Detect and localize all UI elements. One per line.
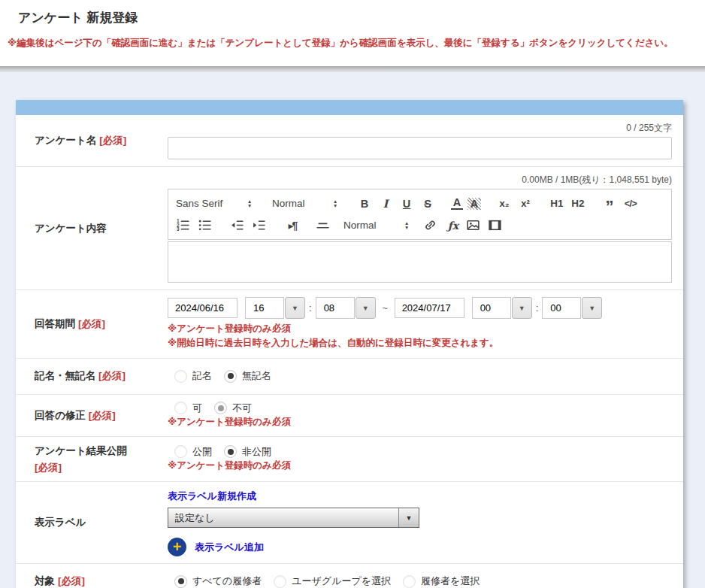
row-survey-name: アンケート名[必須] 0 / 255文字	[16, 115, 683, 167]
end-hour-input[interactable]	[472, 297, 511, 319]
image-icon[interactable]	[466, 218, 481, 233]
video-icon[interactable]	[488, 218, 503, 233]
superscript-icon[interactable]: x²	[517, 198, 534, 209]
subscript-icon[interactable]: x₂	[496, 198, 513, 209]
page-notice: ※編集後はページ下の「確認画面に進む」または「テンプレートとして登録」から確認画…	[8, 37, 697, 50]
radio-anonymous[interactable]: 無記名	[224, 369, 271, 383]
radio-select-students[interactable]: 履修者を選択	[403, 574, 480, 588]
align-picker[interactable]: Normal▴▾	[343, 220, 408, 231]
italic-icon[interactable]: I	[377, 197, 394, 210]
label-text: アンケート名	[35, 135, 96, 146]
period-note-2: ※開始日時に過去日時を入力した場合は、自動的に登録日時に変更されます。	[168, 336, 672, 350]
display-label-select[interactable]: 設定なし ▼	[168, 508, 419, 528]
link-icon[interactable]	[423, 218, 438, 233]
updown-icon: ▴▾	[248, 199, 251, 208]
radio-circle	[274, 575, 286, 588]
target-radio-group: すべての履修者 ユーザグループを選択 履修者を選択	[168, 574, 672, 588]
modification-note: ※アンケート登録時のみ必須	[168, 415, 672, 429]
updown-icon: ▴▾	[334, 199, 337, 208]
end-hour-spinner: ▼	[472, 297, 532, 319]
end-minute-input[interactable]	[542, 297, 581, 319]
label-text: 回答の修正	[35, 410, 86, 421]
result-publish-radio-group: 公開 非公開	[168, 445, 672, 459]
radio-allow[interactable]: 可	[174, 402, 202, 415]
time-separator: :	[309, 302, 312, 314]
survey-form-card: アンケート名[必須] 0 / 255文字 アンケート内容 0.00MB / 1M…	[16, 100, 683, 588]
underline-icon[interactable]: U	[398, 198, 415, 210]
display-label-label: 表示ラベル	[16, 514, 168, 531]
bold-icon[interactable]: B	[356, 198, 373, 210]
spinner-down-button[interactable]: ▼	[356, 297, 376, 319]
start-minute-input[interactable]	[316, 297, 355, 319]
spinner-down-button[interactable]: ▼	[512, 297, 532, 319]
radio-label: 非公開	[242, 445, 271, 459]
editor-content-area[interactable]	[168, 241, 672, 283]
target-label: 対象[必須]	[16, 573, 168, 588]
start-hour-input[interactable]	[245, 297, 284, 319]
page-header: アンケート 新規登録 ※編集後はページ下の「確認画面に進む」または「テンプレート…	[0, 0, 705, 66]
target-field: すべての履修者 ユーザグループを選択 履修者を選択	[168, 568, 683, 588]
row-anonymity: 記名・無記名[必須] 記名 無記名	[16, 359, 683, 395]
radio-circle	[403, 575, 416, 588]
font-picker-value: Sans Serif	[176, 198, 222, 209]
blockquote-icon[interactable]: ”	[601, 204, 618, 210]
start-date-input[interactable]	[168, 298, 238, 318]
spinner-down-button[interactable]: ▼	[582, 297, 602, 319]
header-1-icon[interactable]: H1	[549, 198, 565, 209]
size-picker[interactable]: Normal▴▾	[272, 198, 337, 209]
required-badge: [必須]	[78, 318, 105, 329]
end-date-input[interactable]	[395, 298, 464, 318]
code-block-icon[interactable]: </>	[622, 199, 639, 209]
text-direction-icon[interactable]: ▸¶	[284, 220, 301, 232]
required-badge: [必須]	[98, 370, 126, 381]
formula-icon[interactable]: ƒx	[445, 220, 461, 232]
background-color-icon[interactable]: A	[467, 198, 481, 210]
radio-user-group[interactable]: ユーザグループを選択	[274, 574, 391, 588]
text-color-icon[interactable]: A	[451, 197, 463, 210]
required-badge: [必須]	[35, 459, 168, 476]
label-text: 対象	[35, 575, 55, 586]
size-picker-value: Normal	[272, 198, 305, 209]
header-2-icon[interactable]: H2	[570, 198, 586, 209]
radio-private[interactable]: 非公開	[224, 445, 271, 459]
label-text: 表示ラベル	[35, 517, 86, 528]
label-text: 記名・無記名	[35, 370, 95, 381]
radio-signed[interactable]: 記名	[174, 369, 212, 383]
radio-label: すべての履修者	[192, 574, 262, 588]
radio-all-students[interactable]: すべての履修者	[174, 574, 262, 588]
ordered-list-icon[interactable]: 123	[176, 218, 191, 233]
result-publish-label: アンケート結果公開[必須]	[16, 443, 168, 475]
add-display-label-link[interactable]: 表示ラベル追加	[195, 541, 264, 554]
answer-period-field: ▼ : ▼ ~ ▼ : ▼	[168, 290, 683, 358]
outdent-icon[interactable]	[230, 218, 245, 233]
radio-circle	[224, 370, 237, 383]
size-counter: 0.00MB / 1MB(残り：1,048,551 byte)	[168, 174, 672, 186]
modification-field: 可 不可 ※アンケート登録時のみ必須	[168, 395, 683, 436]
survey-name-field: 0 / 255文字	[168, 115, 683, 166]
radio-deny[interactable]: 不可	[214, 402, 252, 415]
bullet-list-icon[interactable]	[198, 218, 213, 233]
radio-circle	[224, 445, 237, 458]
row-result-publish: アンケート結果公開[必須] 公開 非公開 ※アンケート登録時のみ必須	[16, 437, 683, 482]
form-header-accent-bar	[16, 100, 683, 115]
radio-label: 無記名	[242, 369, 271, 383]
indent-icon[interactable]	[252, 218, 267, 233]
radio-label: ユーザグループを選択	[292, 574, 391, 588]
page-body: アンケート名[必須] 0 / 255文字 アンケート内容 0.00MB / 1M…	[0, 72, 705, 588]
select-dropdown-button[interactable]: ▼	[398, 508, 419, 527]
display-label-field: 表示ラベル新規作成 設定なし ▼ + 表示ラベル追加	[168, 482, 683, 563]
font-picker[interactable]: Sans Serif▴▾	[176, 198, 251, 209]
plus-icon[interactable]: +	[168, 538, 186, 556]
strikethrough-icon[interactable]: S	[419, 198, 436, 210]
end-minute-spinner: ▼	[542, 297, 602, 319]
survey-name-input[interactable]	[168, 137, 672, 159]
radio-circle	[174, 370, 187, 383]
modification-label: 回答の修正[必須]	[16, 408, 168, 424]
create-display-label-link[interactable]: 表示ラベル新規作成	[168, 489, 256, 503]
spinner-down-button[interactable]: ▼	[285, 297, 305, 319]
align-icon[interactable]	[316, 218, 331, 233]
anonymity-field: 記名 無記名	[168, 362, 683, 389]
editor-toolbar-row-1: Sans Serif▴▾ Normal▴▾ B I U S A A x₂ x² …	[176, 195, 664, 211]
radio-public[interactable]: 公開	[174, 445, 212, 459]
editor-toolbar-row-2: 123 ▸¶	[176, 217, 664, 233]
